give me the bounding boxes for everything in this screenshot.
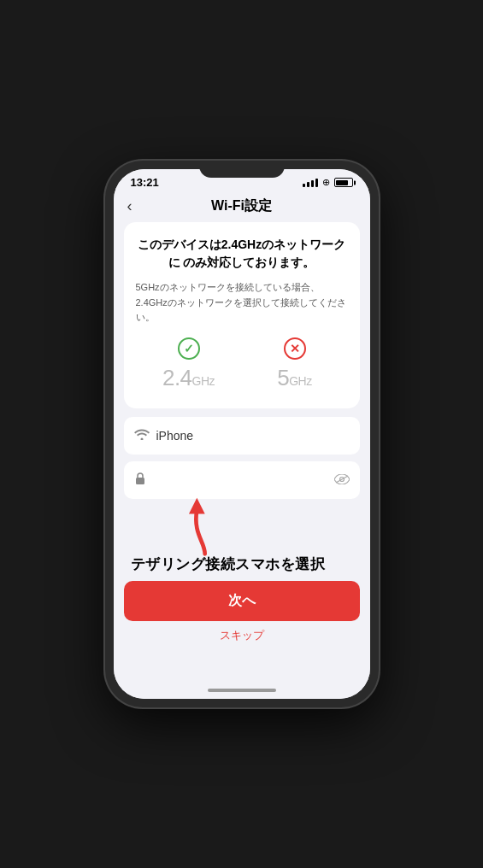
sub-text: 5GHzのネットワークを接続している場合、 2.4GHzのネットワークを選択して… <box>136 280 348 326</box>
page-title: Wi-Fi設定 <box>211 197 272 215</box>
password-input[interactable] <box>153 473 327 487</box>
ssid-input-row[interactable] <box>124 417 360 455</box>
button-section: 次へ スキップ <box>124 581 360 643</box>
nav-header: ‹ Wi-Fi設定 <box>114 192 370 222</box>
info-card: このデバイスは2.4GHzのネットワークに のみ対応しております。 5GHzのネ… <box>124 222 360 408</box>
freq-ok-icon: ✓ <box>178 337 200 360</box>
eye-icon[interactable] <box>334 473 350 487</box>
annotation-text: テザリング接続スマホを選択 <box>124 554 360 574</box>
notch <box>199 161 285 178</box>
status-icons: ⊕ <box>303 177 353 188</box>
freq-no-icon: ✕ <box>284 337 306 360</box>
phone-frame: 13:21 ⊕ ‹ Wi-Fi設定 この <box>105 161 379 707</box>
status-time: 13:21 <box>131 176 159 189</box>
freq-selector: ✓ 2.4GHz ✕ 5GHz <box>136 337 348 391</box>
battery-icon <box>334 178 353 187</box>
home-bar <box>208 689 276 692</box>
freq-5ghz-option[interactable]: ✕ 5GHz <box>247 337 343 391</box>
next-button[interactable]: 次へ <box>124 581 360 621</box>
skip-button[interactable]: スキップ <box>220 628 264 643</box>
annotation-area: テザリング接続スマホを選択 <box>124 506 360 574</box>
arrow-indicator <box>175 494 227 561</box>
svg-marker-4 <box>188 497 204 513</box>
screen-content: このデバイスは2.4GHzのネットワークに のみ対応しております。 5GHzのネ… <box>114 222 370 683</box>
password-input-row[interactable] <box>124 461 360 499</box>
svg-rect-0 <box>136 478 144 484</box>
lock-icon <box>134 472 146 489</box>
main-title: このデバイスは2.4GHzのネットワークに のみ対応しております。 <box>136 236 348 272</box>
ssid-input[interactable] <box>156 429 350 443</box>
wifi-icon <box>134 428 150 443</box>
freq-24ghz-option[interactable]: ✓ 2.4GHz <box>141 337 237 391</box>
input-section <box>124 417 360 499</box>
freq-24-label: 2.4GHz <box>162 365 215 391</box>
freq-5-label: 5GHz <box>277 365 311 391</box>
back-button[interactable]: ‹ <box>127 197 133 215</box>
signal-icon <box>303 179 318 187</box>
phone-screen: 13:21 ⊕ ‹ Wi-Fi設定 この <box>114 169 370 699</box>
home-indicator <box>114 683 370 699</box>
link-icon: ⊕ <box>322 177 330 188</box>
